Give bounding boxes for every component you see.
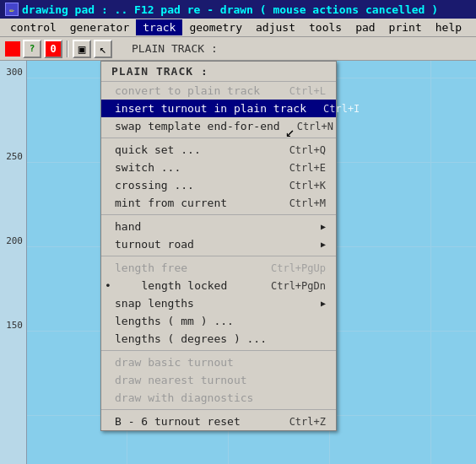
main-area: 300 250 200 150 PLAIN TRACK : convert to… bbox=[0, 61, 476, 464]
app-icon: ✏ bbox=[5, 3, 19, 16]
menu-length-free[interactable]: length free Ctrl+PgUp bbox=[101, 259, 336, 277]
menu-geometry[interactable]: geometry bbox=[182, 19, 249, 35]
menu-draw-basic[interactable]: draw basic turnout bbox=[101, 353, 336, 371]
ruler-200: 200 bbox=[6, 236, 23, 245]
separator-2 bbox=[101, 214, 336, 215]
menu-mint-shortcut: Ctrl+M bbox=[289, 197, 326, 209]
menu-tools[interactable]: tools bbox=[302, 19, 349, 35]
menu-mint-label: mint from current bbox=[115, 197, 227, 209]
menu-snap-lengths-label: snap lengths bbox=[115, 297, 194, 310]
menu-turnout-road-label: turnout road bbox=[115, 238, 194, 251]
menu-control[interactable]: control bbox=[3, 19, 63, 35]
menu-length-free-shortcut: Ctrl+PgUp bbox=[271, 262, 326, 274]
menu-lengths-mm-label: lengths ( mm ) ... bbox=[115, 315, 234, 327]
menu-track[interactable]: track bbox=[136, 19, 182, 35]
menu-turnout-road[interactable]: turnout road bbox=[101, 235, 336, 253]
ruler-150: 150 bbox=[6, 321, 23, 330]
menu-print[interactable]: print bbox=[382, 19, 429, 35]
menu-hand[interactable]: hand bbox=[101, 218, 336, 235]
menu-quick-set[interactable]: quick set ... Ctrl+Q bbox=[101, 141, 336, 159]
separator-4 bbox=[101, 350, 336, 351]
menu-crossing[interactable]: crossing ... Ctrl+K bbox=[101, 176, 336, 194]
menu-crossing-shortcut: Ctrl+K bbox=[289, 180, 326, 192]
menu-swap-template[interactable]: swap template end-for-end Ctrl+N bbox=[101, 117, 336, 135]
menu-length-locked[interactable]: length locked Ctrl+PgDn bbox=[101, 277, 336, 294]
menu-switch[interactable]: switch ... Ctrl+E bbox=[101, 159, 336, 176]
menu-crossing-label: crossing ... bbox=[115, 179, 194, 192]
menu-draw-diagnostics[interactable]: draw with diagnostics bbox=[101, 389, 336, 407]
toolbar-cursor[interactable]: ↖ bbox=[94, 40, 112, 58]
menu-turnout-reset-label: B - 6 turnout reset bbox=[115, 415, 241, 428]
toolbar: ? 0 ▣ ↖ PLAIN TRACK : bbox=[0, 37, 476, 61]
menu-switch-label: switch ... bbox=[115, 161, 181, 174]
ruler-300: 300 bbox=[6, 67, 23, 77]
menu-lengths-degrees[interactable]: lengths ( degrees ) ... bbox=[101, 330, 336, 348]
menu-pad[interactable]: pad bbox=[349, 19, 381, 35]
separator-5 bbox=[101, 409, 336, 410]
menu-lengths-mm[interactable]: lengths ( mm ) ... bbox=[101, 312, 336, 330]
dropdown-menu: PLAIN TRACK : convert to plain track Ctr… bbox=[100, 61, 337, 431]
dropdown-header: PLAIN TRACK : bbox=[101, 62, 336, 82]
menu-convert[interactable]: convert to plain track Ctrl+L bbox=[101, 82, 336, 100]
toolbar-red-square[interactable] bbox=[5, 41, 20, 57]
menu-hand-label: hand bbox=[115, 220, 141, 233]
menu-quick-set-shortcut: Ctrl+Q bbox=[289, 144, 326, 156]
title-bar: ✏ drawing pad : .. F12 pad re - drawn ( … bbox=[0, 0, 476, 19]
menu-draw-basic-label: draw basic turnout bbox=[115, 356, 234, 369]
menu-adjust[interactable]: adjust bbox=[249, 19, 302, 35]
menu-mint[interactable]: mint from current Ctrl+M bbox=[101, 194, 336, 212]
menu-insert-turnout-label: insert turnout in plain track bbox=[115, 102, 306, 115]
ruler-left: 300 250 200 150 bbox=[0, 61, 27, 464]
title-text: drawing pad : .. F12 pad re - drawn ( mo… bbox=[22, 3, 438, 16]
menu-insert-turnout-shortcut: Ctrl+I bbox=[323, 103, 360, 115]
toolbar-separator-1 bbox=[67, 40, 68, 57]
toolbar-question[interactable]: ? bbox=[23, 40, 41, 58]
menu-draw-diagnostics-label: draw with diagnostics bbox=[115, 391, 253, 404]
toolbar-box[interactable]: ▣ bbox=[73, 40, 91, 58]
menu-help[interactable]: help bbox=[429, 19, 468, 35]
menu-length-locked-label: length locked bbox=[142, 279, 228, 292]
separator-1 bbox=[101, 138, 336, 138]
menu-convert-shortcut: Ctrl+L bbox=[289, 85, 326, 97]
menu-snap-lengths[interactable]: snap lengths bbox=[101, 294, 336, 312]
separator-3 bbox=[101, 256, 336, 256]
menu-draw-nearest-label: draw nearest turnout bbox=[115, 374, 247, 386]
plain-track-label: PLAIN TRACK : bbox=[132, 42, 218, 55]
menu-turnout-reset-shortcut: Ctrl+Z bbox=[289, 416, 326, 428]
menu-insert-turnout[interactable]: insert turnout in plain track Ctrl+I bbox=[101, 100, 336, 117]
menu-swap-shortcut: Ctrl+N bbox=[297, 121, 333, 132]
menu-generator[interactable]: generator bbox=[63, 19, 136, 35]
menu-turnout-reset[interactable]: B - 6 turnout reset Ctrl+Z bbox=[101, 413, 336, 430]
menu-swap-label: swap template end-for-end bbox=[115, 120, 280, 132]
menu-convert-label: convert to plain track bbox=[115, 84, 260, 97]
menu-length-free-label: length free bbox=[115, 262, 187, 274]
toolbar-zero[interactable]: 0 bbox=[44, 40, 62, 58]
menu-length-locked-shortcut: Ctrl+PgDn bbox=[271, 280, 326, 292]
grid-v-4 bbox=[430, 61, 431, 464]
menu-switch-shortcut: Ctrl+E bbox=[289, 162, 326, 174]
menu-bar: control generator track geometry adjust … bbox=[0, 19, 476, 37]
menu-lengths-degrees-label: lengths ( degrees ) ... bbox=[115, 332, 267, 345]
menu-draw-nearest[interactable]: draw nearest turnout bbox=[101, 371, 336, 389]
ruler-250: 250 bbox=[6, 152, 23, 161]
menu-quick-set-label: quick set ... bbox=[115, 143, 201, 156]
